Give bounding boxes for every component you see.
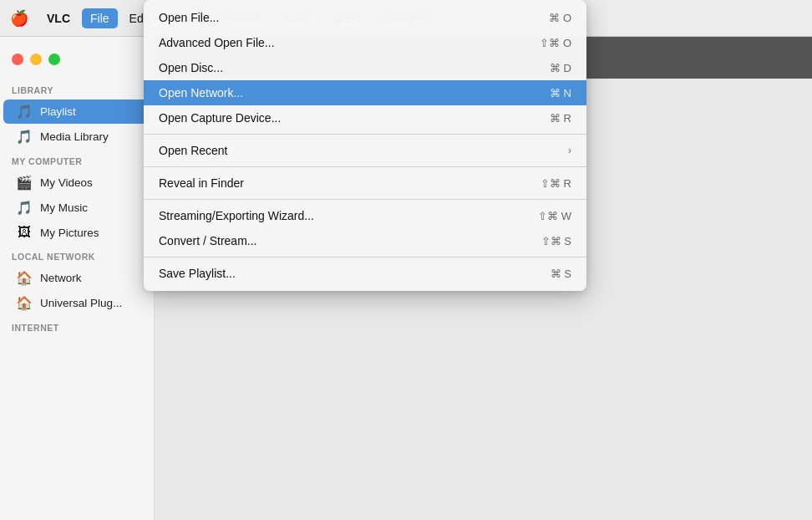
menu-item-open-file-shortcut: ⌘ O — [549, 12, 571, 24]
window-controls — [0, 47, 154, 79]
close-button[interactable] — [12, 54, 23, 65]
separator-1 — [144, 134, 586, 135]
menu-item-advanced-open-label: Advanced Open File... — [159, 36, 540, 49]
apple-menu-icon[interactable]: 🍎 — [10, 9, 28, 28]
menubar-vlc[interactable]: VLC — [38, 8, 79, 28]
separator-3 — [144, 199, 586, 200]
menu-item-open-disc-shortcut: ⌘ D — [550, 62, 571, 74]
menu-item-save-playlist-shortcut: ⌘ S — [551, 268, 571, 280]
my-pictures-icon: 🖼 — [15, 225, 33, 240]
menu-item-convert-stream[interactable]: Convert / Stream... ⇧⌘ S — [144, 228, 586, 253]
menu-item-open-network-label: Open Network... — [159, 86, 550, 99]
sidebar-section-local-network: LOCAL NETWORK — [0, 245, 154, 265]
sidebar-item-my-pictures[interactable]: 🖼 My Pictures — [3, 221, 150, 244]
sidebar-section-my-computer: MY COMPUTER — [0, 150, 154, 170]
menu-item-reveal-finder-shortcut: ⇧⌘ R — [540, 177, 571, 190]
menu-item-advanced-open[interactable]: Advanced Open File... ⇧⌘ O — [144, 30, 586, 55]
menu-item-open-network-shortcut: ⌘ N — [550, 87, 571, 99]
menu-item-streaming-shortcut: ⇧⌘ W — [538, 210, 571, 222]
sidebar-item-my-music[interactable]: 🎵 My Music — [3, 196, 150, 220]
menu-item-reveal-finder[interactable]: Reveal in Finder ⇧⌘ R — [144, 171, 586, 196]
menu-item-open-file-label: Open File... — [159, 11, 549, 24]
my-music-icon: 🎵 — [15, 200, 33, 216]
menu-item-open-disc-label: Open Disc... — [159, 61, 550, 74]
menu-item-open-recent-label: Open Recent — [159, 144, 568, 157]
separator-4 — [144, 257, 586, 257]
sidebar-item-my-videos-label: My Videos — [40, 176, 142, 189]
separator-2 — [144, 166, 586, 167]
menu-item-streaming[interactable]: Streaming/Exporting Wizard... ⇧⌘ W — [144, 203, 586, 228]
sidebar: LIBRARY 🎵 Playlist 🎵 Media Library MY CO… — [0, 37, 155, 520]
menu-item-advanced-open-shortcut: ⇧⌘ O — [540, 37, 571, 49]
sidebar-item-my-videos[interactable]: 🎬 My Videos — [3, 171, 150, 195]
menu-item-open-capture-label: Open Capture Device... — [159, 111, 550, 125]
sidebar-item-network-label: Network — [40, 272, 142, 284]
minimize-button[interactable] — [30, 54, 42, 65]
sidebar-item-upnp-label: Universal Plug... — [40, 297, 142, 309]
open-recent-arrow-icon: › — [568, 145, 571, 156]
upnp-icon: 🏠 — [15, 295, 33, 311]
menu-item-open-recent[interactable]: Open Recent › — [144, 138, 586, 163]
media-library-icon: 🎵 — [15, 129, 33, 145]
menubar-file[interactable]: File — [82, 8, 118, 28]
file-menu-dropdown: Open File... ⌘ O Advanced Open File... ⇧… — [144, 0, 586, 291]
sidebar-item-my-music-label: My Music — [40, 201, 142, 214]
sidebar-section-library: LIBRARY — [0, 79, 154, 99]
menu-item-convert-stream-label: Convert / Stream... — [159, 234, 541, 247]
sidebar-item-media-library[interactable]: 🎵 Media Library — [3, 125, 150, 149]
sidebar-section-internet: INTERNET — [0, 316, 154, 336]
playlist-icon: 🎵 — [15, 104, 33, 120]
menu-item-reveal-finder-label: Reveal in Finder — [159, 176, 540, 190]
menu-item-save-playlist[interactable]: Save Playlist... ⌘ S — [144, 261, 586, 286]
menu-item-convert-stream-shortcut: ⇧⌘ S — [541, 235, 571, 247]
sidebar-item-playlist[interactable]: 🎵 Playlist — [3, 99, 150, 124]
menu-item-open-network[interactable]: Open Network... ⌘ N — [144, 80, 586, 105]
menu-item-open-file[interactable]: Open File... ⌘ O — [144, 5, 586, 30]
sidebar-item-media-library-label: Media Library — [40, 130, 142, 143]
sidebar-item-playlist-label: Playlist — [40, 105, 142, 118]
maximize-button[interactable] — [48, 54, 60, 65]
menu-item-open-capture-shortcut: ⌘ R — [550, 112, 571, 125]
menu-item-streaming-label: Streaming/Exporting Wizard... — [159, 209, 538, 222]
sidebar-item-my-pictures-label: My Pictures — [40, 227, 142, 239]
my-videos-icon: 🎬 — [15, 175, 33, 191]
network-icon: 🏠 — [15, 270, 33, 286]
menu-item-save-playlist-label: Save Playlist... — [159, 267, 551, 280]
sidebar-item-network[interactable]: 🏠 Network — [3, 266, 150, 290]
menu-item-open-disc[interactable]: Open Disc... ⌘ D — [144, 55, 586, 80]
menu-item-open-capture[interactable]: Open Capture Device... ⌘ R — [144, 105, 586, 130]
sidebar-item-upnp[interactable]: 🏠 Universal Plug... — [3, 291, 150, 315]
